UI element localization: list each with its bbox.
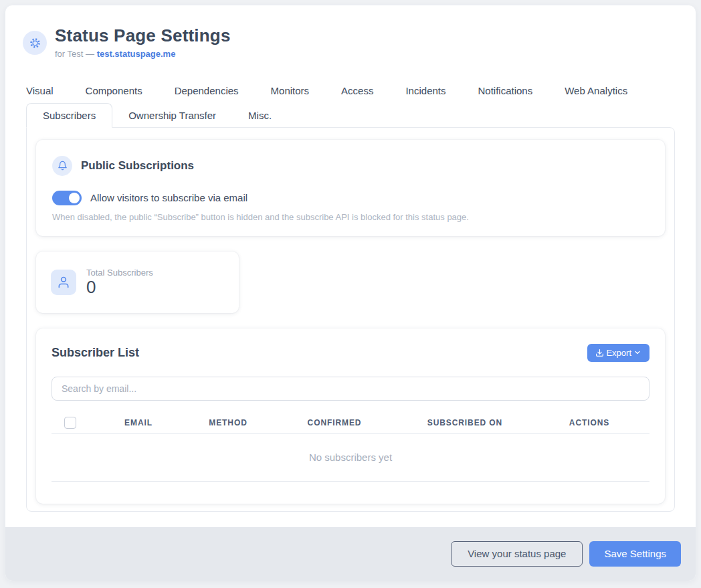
- subscriber-list-title: Subscriber List: [52, 346, 139, 360]
- page-footer: View your status page Save Settings: [5, 527, 696, 581]
- public-subscriptions-title: Public Subscriptions: [81, 159, 194, 173]
- user-icon: [51, 270, 76, 295]
- save-settings-button[interactable]: Save Settings: [589, 541, 681, 567]
- page-subtitle: for Test — test.statuspage.me: [55, 49, 231, 59]
- tab-notifications[interactable]: Notifications: [462, 85, 549, 96]
- subscriber-table: EMAIL METHOD CONFIRMED SUBSCRIBED ON ACT…: [52, 413, 649, 482]
- export-button-label: Export: [606, 348, 631, 358]
- export-button[interactable]: Export: [587, 344, 649, 362]
- tab-misc[interactable]: Misc.: [232, 103, 288, 128]
- tab-components[interactable]: Components: [70, 85, 159, 96]
- tab-access[interactable]: Access: [325, 85, 389, 96]
- subscriber-table-header: EMAIL METHOD CONFIRMED SUBSCRIBED ON ACT…: [52, 413, 649, 434]
- total-subscribers-value: 0: [86, 278, 153, 297]
- toggle-knob: [69, 193, 80, 203]
- tab-web-analytics[interactable]: Web Analytics: [548, 85, 643, 96]
- subscriber-list-card: Subscriber List Export: [36, 328, 665, 504]
- status-page-settings-card: Status Page Settings for Test — test.sta…: [5, 5, 696, 581]
- tab-subscribers[interactable]: Subscribers: [26, 103, 112, 128]
- column-actions: ACTIONS: [529, 418, 649, 427]
- subscriber-list-header: Subscriber List Export: [52, 344, 649, 362]
- column-subscribed-on: SUBSCRIBED ON: [401, 418, 529, 427]
- total-subscribers-label: Total Subscribers: [86, 268, 153, 278]
- tab-monitors[interactable]: Monitors: [255, 85, 326, 96]
- tab-visual[interactable]: Visual: [10, 85, 70, 96]
- subscribers-tab-panel: Public Subscriptions Allow visitors to s…: [26, 127, 675, 512]
- view-status-page-button[interactable]: View your status page: [451, 541, 583, 567]
- column-email: EMAIL: [89, 418, 188, 427]
- search-input[interactable]: [52, 377, 649, 401]
- allow-subscribe-toggle-label: Allow visitors to subscribe via email: [90, 192, 247, 203]
- total-subscribers-card: Total Subscribers 0: [36, 252, 239, 313]
- subscribe-toggle-row: Allow visitors to subscribe via email: [52, 191, 649, 205]
- public-subscriptions-header: Public Subscriptions: [52, 156, 649, 176]
- gear-icon: [23, 31, 47, 55]
- bell-icon: [52, 156, 72, 176]
- tab-incidents[interactable]: Incidents: [389, 85, 462, 96]
- tab-ownership-transfer[interactable]: Ownership Transfer: [112, 103, 232, 128]
- select-all-cell: [52, 417, 89, 429]
- column-method: METHOD: [188, 418, 268, 427]
- page-header: Status Page Settings for Test — test.sta…: [5, 5, 696, 81]
- tab-dependencies[interactable]: Dependencies: [159, 85, 255, 96]
- page-title: Status Page Settings: [55, 25, 231, 46]
- empty-state-text: No subscribers yet: [52, 434, 649, 482]
- chevron-down-icon: [633, 349, 641, 357]
- total-subscribers-stat: Total Subscribers 0: [86, 268, 153, 297]
- page-subtitle-prefix: for Test —: [55, 49, 97, 59]
- status-page-link[interactable]: test.statuspage.me: [97, 49, 176, 59]
- page-title-block: Status Page Settings for Test — test.sta…: [55, 25, 231, 59]
- subscribe-helper-text: When disabled, the public “Subscribe” bu…: [52, 212, 649, 222]
- tabs-row-2: Subscribers Ownership Transfer Misc.: [5, 103, 696, 127]
- public-subscriptions-card: Public Subscriptions Allow visitors to s…: [36, 140, 665, 236]
- select-all-checkbox[interactable]: [64, 417, 76, 429]
- column-confirmed: CONFIRMED: [268, 418, 401, 427]
- tabs-row-1: Visual Components Dependencies Monitors …: [5, 81, 696, 100]
- allow-subscribe-toggle[interactable]: [52, 191, 82, 205]
- download-icon: [595, 349, 604, 357]
